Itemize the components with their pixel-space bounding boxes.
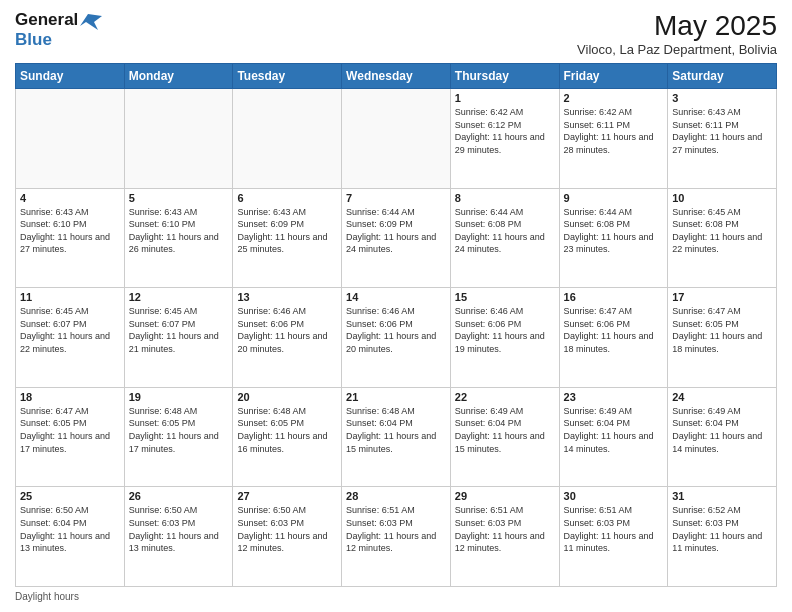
page: General Blue May 2025 Viloco, La Paz Dep… xyxy=(0,0,792,612)
day-number: 13 xyxy=(237,291,337,303)
day-info: Sunrise: 6:45 AM Sunset: 6:07 PM Dayligh… xyxy=(129,305,229,355)
day-number: 10 xyxy=(672,192,772,204)
day-number: 17 xyxy=(672,291,772,303)
day-info: Sunrise: 6:44 AM Sunset: 6:09 PM Dayligh… xyxy=(346,206,446,256)
table-row: 17Sunrise: 6:47 AM Sunset: 6:05 PM Dayli… xyxy=(668,288,777,388)
day-info: Sunrise: 6:50 AM Sunset: 6:04 PM Dayligh… xyxy=(20,504,120,554)
day-info: Sunrise: 6:46 AM Sunset: 6:06 PM Dayligh… xyxy=(237,305,337,355)
calendar-header-row: Sunday Monday Tuesday Wednesday Thursday… xyxy=(16,64,777,89)
day-number: 1 xyxy=(455,92,555,104)
table-row: 20Sunrise: 6:48 AM Sunset: 6:05 PM Dayli… xyxy=(233,387,342,487)
calendar-week-row: 18Sunrise: 6:47 AM Sunset: 6:05 PM Dayli… xyxy=(16,387,777,487)
day-number: 11 xyxy=(20,291,120,303)
table-row: 27Sunrise: 6:50 AM Sunset: 6:03 PM Dayli… xyxy=(233,487,342,587)
day-number: 21 xyxy=(346,391,446,403)
day-info: Sunrise: 6:45 AM Sunset: 6:07 PM Dayligh… xyxy=(20,305,120,355)
table-row: 19Sunrise: 6:48 AM Sunset: 6:05 PM Dayli… xyxy=(124,387,233,487)
col-thursday: Thursday xyxy=(450,64,559,89)
day-info: Sunrise: 6:50 AM Sunset: 6:03 PM Dayligh… xyxy=(237,504,337,554)
day-info: Sunrise: 6:43 AM Sunset: 6:10 PM Dayligh… xyxy=(129,206,229,256)
table-row: 18Sunrise: 6:47 AM Sunset: 6:05 PM Dayli… xyxy=(16,387,125,487)
table-row: 21Sunrise: 6:48 AM Sunset: 6:04 PM Dayli… xyxy=(342,387,451,487)
calendar-week-row: 25Sunrise: 6:50 AM Sunset: 6:04 PM Dayli… xyxy=(16,487,777,587)
table-row: 11Sunrise: 6:45 AM Sunset: 6:07 PM Dayli… xyxy=(16,288,125,388)
table-row: 2Sunrise: 6:42 AM Sunset: 6:11 PM Daylig… xyxy=(559,89,668,189)
day-number: 31 xyxy=(672,490,772,502)
day-info: Sunrise: 6:43 AM Sunset: 6:11 PM Dayligh… xyxy=(672,106,772,156)
col-saturday: Saturday xyxy=(668,64,777,89)
day-info: Sunrise: 6:43 AM Sunset: 6:10 PM Dayligh… xyxy=(20,206,120,256)
table-row: 24Sunrise: 6:49 AM Sunset: 6:04 PM Dayli… xyxy=(668,387,777,487)
logo-line2: Blue xyxy=(15,30,102,50)
day-info: Sunrise: 6:44 AM Sunset: 6:08 PM Dayligh… xyxy=(564,206,664,256)
table-row xyxy=(342,89,451,189)
table-row: 8Sunrise: 6:44 AM Sunset: 6:08 PM Daylig… xyxy=(450,188,559,288)
table-row: 25Sunrise: 6:50 AM Sunset: 6:04 PM Dayli… xyxy=(16,487,125,587)
table-row: 14Sunrise: 6:46 AM Sunset: 6:06 PM Dayli… xyxy=(342,288,451,388)
col-tuesday: Tuesday xyxy=(233,64,342,89)
table-row: 10Sunrise: 6:45 AM Sunset: 6:08 PM Dayli… xyxy=(668,188,777,288)
logo-line1: General xyxy=(15,10,102,30)
day-number: 16 xyxy=(564,291,664,303)
day-info: Sunrise: 6:46 AM Sunset: 6:06 PM Dayligh… xyxy=(346,305,446,355)
col-monday: Monday xyxy=(124,64,233,89)
day-info: Sunrise: 6:51 AM Sunset: 6:03 PM Dayligh… xyxy=(455,504,555,554)
table-row xyxy=(16,89,125,189)
day-number: 23 xyxy=(564,391,664,403)
day-number: 5 xyxy=(129,192,229,204)
day-number: 15 xyxy=(455,291,555,303)
day-number: 20 xyxy=(237,391,337,403)
calendar-week-row: 1Sunrise: 6:42 AM Sunset: 6:12 PM Daylig… xyxy=(16,89,777,189)
day-info: Sunrise: 6:50 AM Sunset: 6:03 PM Dayligh… xyxy=(129,504,229,554)
daylight-label: Daylight hours xyxy=(15,591,79,602)
day-info: Sunrise: 6:47 AM Sunset: 6:06 PM Dayligh… xyxy=(564,305,664,355)
table-row: 30Sunrise: 6:51 AM Sunset: 6:03 PM Dayli… xyxy=(559,487,668,587)
col-sunday: Sunday xyxy=(16,64,125,89)
day-info: Sunrise: 6:52 AM Sunset: 6:03 PM Dayligh… xyxy=(672,504,772,554)
calendar-week-row: 11Sunrise: 6:45 AM Sunset: 6:07 PM Dayli… xyxy=(16,288,777,388)
day-info: Sunrise: 6:48 AM Sunset: 6:05 PM Dayligh… xyxy=(237,405,337,455)
day-number: 7 xyxy=(346,192,446,204)
table-row xyxy=(233,89,342,189)
day-info: Sunrise: 6:47 AM Sunset: 6:05 PM Dayligh… xyxy=(672,305,772,355)
day-number: 3 xyxy=(672,92,772,104)
day-info: Sunrise: 6:51 AM Sunset: 6:03 PM Dayligh… xyxy=(346,504,446,554)
day-number: 12 xyxy=(129,291,229,303)
table-row: 26Sunrise: 6:50 AM Sunset: 6:03 PM Dayli… xyxy=(124,487,233,587)
day-number: 8 xyxy=(455,192,555,204)
table-row: 31Sunrise: 6:52 AM Sunset: 6:03 PM Dayli… xyxy=(668,487,777,587)
day-number: 9 xyxy=(564,192,664,204)
calendar-table: Sunday Monday Tuesday Wednesday Thursday… xyxy=(15,63,777,587)
table-row: 5Sunrise: 6:43 AM Sunset: 6:10 PM Daylig… xyxy=(124,188,233,288)
table-row: 4Sunrise: 6:43 AM Sunset: 6:10 PM Daylig… xyxy=(16,188,125,288)
day-number: 22 xyxy=(455,391,555,403)
day-number: 14 xyxy=(346,291,446,303)
table-row xyxy=(124,89,233,189)
day-number: 4 xyxy=(20,192,120,204)
day-number: 30 xyxy=(564,490,664,502)
day-info: Sunrise: 6:44 AM Sunset: 6:08 PM Dayligh… xyxy=(455,206,555,256)
day-info: Sunrise: 6:49 AM Sunset: 6:04 PM Dayligh… xyxy=(672,405,772,455)
day-number: 18 xyxy=(20,391,120,403)
logo: General Blue xyxy=(15,10,102,49)
day-info: Sunrise: 6:48 AM Sunset: 6:04 PM Dayligh… xyxy=(346,405,446,455)
footer: Daylight hours xyxy=(15,591,777,602)
table-row: 29Sunrise: 6:51 AM Sunset: 6:03 PM Dayli… xyxy=(450,487,559,587)
day-number: 27 xyxy=(237,490,337,502)
location-title: Viloco, La Paz Department, Bolivia xyxy=(577,42,777,57)
table-row: 13Sunrise: 6:46 AM Sunset: 6:06 PM Dayli… xyxy=(233,288,342,388)
table-row: 23Sunrise: 6:49 AM Sunset: 6:04 PM Dayli… xyxy=(559,387,668,487)
day-info: Sunrise: 6:42 AM Sunset: 6:12 PM Dayligh… xyxy=(455,106,555,156)
logo-bird-icon xyxy=(80,12,102,30)
day-number: 25 xyxy=(20,490,120,502)
day-info: Sunrise: 6:47 AM Sunset: 6:05 PM Dayligh… xyxy=(20,405,120,455)
day-info: Sunrise: 6:51 AM Sunset: 6:03 PM Dayligh… xyxy=(564,504,664,554)
day-info: Sunrise: 6:49 AM Sunset: 6:04 PM Dayligh… xyxy=(564,405,664,455)
day-info: Sunrise: 6:49 AM Sunset: 6:04 PM Dayligh… xyxy=(455,405,555,455)
month-title: May 2025 xyxy=(577,10,777,42)
col-wednesday: Wednesday xyxy=(342,64,451,89)
table-row: 3Sunrise: 6:43 AM Sunset: 6:11 PM Daylig… xyxy=(668,89,777,189)
day-number: 6 xyxy=(237,192,337,204)
title-block: May 2025 Viloco, La Paz Department, Boli… xyxy=(577,10,777,57)
table-row: 6Sunrise: 6:43 AM Sunset: 6:09 PM Daylig… xyxy=(233,188,342,288)
